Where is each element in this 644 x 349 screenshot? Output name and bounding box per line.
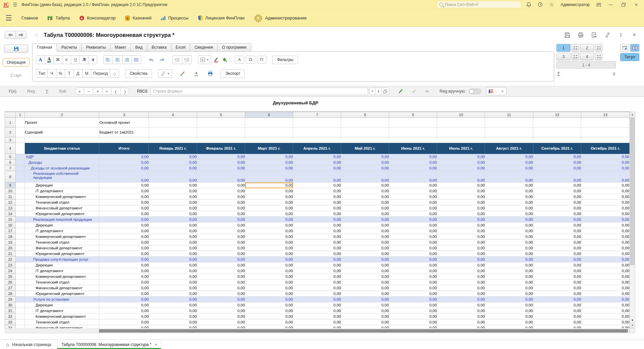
row-header-3[interactable]: 3 <box>5 137 16 143</box>
value-cell[interactable]: 0,00 <box>485 200 533 205</box>
row-label[interactable]: Коммерческий департамент <box>24 234 99 240</box>
history-icon[interactable] <box>536 1 544 8</box>
value-cell[interactable]: 0,00 <box>99 200 149 205</box>
row-header-12[interactable]: 12 <box>5 200 16 205</box>
value-cell[interactable]: 0,00 <box>485 217 533 222</box>
menu-item-konsolidator[interactable]: ККонсолидатор <box>74 13 120 23</box>
value-cell[interactable]: 0,00 <box>485 165 533 171</box>
value-cell[interactable]: 0,00 <box>99 308 149 314</box>
value-cell[interactable]: 0,00 <box>197 160 245 165</box>
value-cell[interactable]: 0,00 <box>99 240 149 245</box>
value-cell[interactable]: 0,00 <box>197 314 245 319</box>
row-label[interactable]: Услуги по установке <box>24 297 99 302</box>
value-cell[interactable]: 0,00 <box>485 205 533 211</box>
value-cell[interactable]: 0,00 <box>437 165 485 171</box>
value-cell[interactable]: 0,00 <box>581 171 630 183</box>
value-cell[interactable]: 0,00 <box>485 314 533 319</box>
header-cell[interactable]: Февраль 2021 г. <box>197 143 245 154</box>
operator-button[interactable]: ÷ <box>102 88 111 95</box>
value-cell[interactable]: 0,00 <box>99 302 149 308</box>
value-cell[interactable]: 0,00 <box>581 211 630 217</box>
value-cell[interactable]: 0,00 <box>581 257 630 262</box>
value-cell[interactable]: 0,00 <box>341 183 389 188</box>
value-cell[interactable]: 0,00 <box>149 240 197 245</box>
tab-Вставка[interactable]: Вставка <box>147 43 171 52</box>
value-cell[interactable]: 0,00 <box>197 194 245 200</box>
value-cell[interactable]: 0,00 <box>99 274 149 280</box>
value-cell[interactable]: 0,00 <box>341 228 389 234</box>
header-cell[interactable]: Март 2021 г. <box>245 143 293 154</box>
value-cell[interactable]: 0,00 <box>389 262 437 268</box>
row-header-4[interactable]: 4 <box>5 143 16 154</box>
value-cell[interactable]: 0,00 <box>485 325 533 329</box>
value-cell[interactable]: 0,00 <box>485 291 533 297</box>
value-cell[interactable]: 0,00 <box>437 205 485 211</box>
value-cell[interactable]: 0,00 <box>197 262 245 268</box>
tab-О программе[interactable]: О программе <box>217 43 251 52</box>
column-header-9[interactable]: 9 <box>389 112 437 118</box>
value-cell[interactable]: 0,00 <box>581 291 630 297</box>
value-cell[interactable]: 0,00 <box>293 222 341 228</box>
value-cell[interactable]: 0,00 <box>341 325 389 329</box>
value-cell[interactable]: 0,00 <box>149 257 197 262</box>
column-header-13[interactable]: 13 <box>581 112 630 118</box>
row-header-1[interactable]: 1 <box>5 118 16 128</box>
value-cell[interactable]: 0,00 <box>437 262 485 268</box>
value-cell[interactable]: 0,00 <box>581 268 630 274</box>
value-cell[interactable]: 0,00 <box>341 262 389 268</box>
operator-button[interactable]: + <box>75 88 84 95</box>
clear-formula-icon[interactable]: × <box>369 88 376 95</box>
value-cell[interactable]: 0,00 <box>99 234 149 240</box>
info-value[interactable]: Основной проект <box>99 118 149 128</box>
info-label[interactable]: Сценарий <box>24 128 99 137</box>
close-window-icon[interactable]: × <box>632 1 641 8</box>
value-cell[interactable]: 0,00 <box>485 211 533 217</box>
value-cell[interactable]: 0,00 <box>389 251 437 257</box>
value-cell[interactable]: 0,00 <box>389 211 437 217</box>
value-cell[interactable]: 0,00 <box>581 165 630 171</box>
row-label[interactable]: Технический отдел <box>24 200 99 205</box>
value-cell[interactable]: 0,00 <box>149 154 197 160</box>
value-cell[interactable]: 0,00 <box>197 240 245 245</box>
value-cell[interactable]: 0,00 <box>99 262 149 268</box>
value-cell[interactable]: 0,00 <box>149 165 197 171</box>
service-menu-icon[interactable] <box>595 1 602 8</box>
value-cell[interactable]: 0,00 <box>293 319 341 325</box>
row-label[interactable]: Финансовый департамент <box>24 285 99 291</box>
column-header-12[interactable]: 12 <box>533 112 581 118</box>
value-cell[interactable]: 0,00 <box>389 171 437 183</box>
zone-button-4[interactable]: 4 <box>580 53 594 60</box>
value-cell[interactable]: 0,00 <box>389 302 437 308</box>
value-cell[interactable]: 0,00 <box>581 274 630 280</box>
value-cell[interactable]: 0,00 <box>293 217 341 222</box>
menu-item-licenziya[interactable]: Лицензия ФинПлан <box>193 13 249 23</box>
type-button-Период[interactable]: Период <box>91 69 110 78</box>
sigma-button[interactable]: Σ <box>46 89 49 94</box>
value-cell[interactable]: 0,00 <box>149 228 197 234</box>
value-cell[interactable]: 0,00 <box>581 245 630 251</box>
value-cell[interactable]: 0,00 <box>197 325 245 329</box>
row-header-17[interactable]: 17 <box>5 228 16 234</box>
value-cell[interactable]: 0,00 <box>533 257 581 262</box>
expand-formula-icon[interactable] <box>381 88 389 95</box>
value-cell[interactable]: 0,00 <box>389 222 437 228</box>
info-value[interactable] <box>99 137 149 143</box>
row-header-31[interactable]: 31 <box>5 308 16 314</box>
row-label[interactable]: Продажа сопутствующих услуг <box>24 257 99 262</box>
search-input[interactable] <box>445 2 519 7</box>
value-cell[interactable]: 0,00 <box>533 194 581 200</box>
tab-Вид[interactable]: Вид <box>130 43 147 52</box>
value-cell[interactable]: 0,00 <box>245 200 293 205</box>
value-cell[interactable]: 0,00 <box>293 285 341 291</box>
value-cell[interactable]: 0,00 <box>341 171 389 183</box>
value-cell[interactable]: 0,00 <box>533 211 581 217</box>
bold-button[interactable]: Ж <box>53 55 62 64</box>
value-cell[interactable]: 0,00 <box>341 319 389 325</box>
value-cell[interactable]: 0,00 <box>437 251 485 257</box>
value-cell[interactable]: 0,00 <box>99 165 149 171</box>
fill-color-bucket-icon[interactable] <box>221 55 229 64</box>
zone-range-button[interactable]: 1 - 4 <box>556 61 616 68</box>
value-cell[interactable]: 0,00 <box>149 211 197 217</box>
value-cell[interactable]: 0,00 <box>437 291 485 297</box>
start-button[interactable]: Старт <box>10 73 22 78</box>
